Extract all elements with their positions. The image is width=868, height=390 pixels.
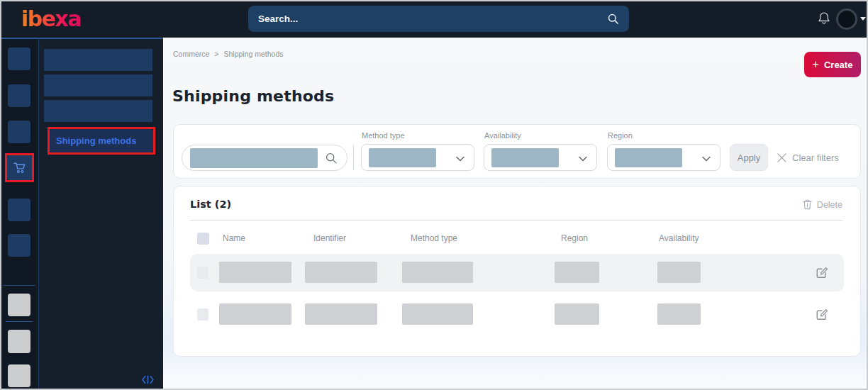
- nav-item-commerce[interactable]: [7, 155, 32, 180]
- availability-value-block: [491, 148, 559, 167]
- table-row[interactable]: [190, 296, 844, 333]
- filter-search-input[interactable]: [182, 145, 347, 171]
- filter-group-method-type: Method type: [361, 125, 474, 179]
- breadcrumb-shipping-methods: Shipping methods: [223, 50, 283, 58]
- search-icon: [608, 13, 619, 25]
- row-checkbox[interactable]: [197, 267, 208, 279]
- list-panel: List (2) Delete Name Identifier Method t…: [173, 186, 861, 357]
- close-icon: [777, 153, 786, 162]
- chevron-down-icon: [702, 156, 711, 162]
- column-header-name[interactable]: Name: [223, 233, 245, 243]
- cell-identifier-placeholder: [305, 262, 377, 283]
- filter-group-availability: Availability: [484, 125, 597, 179]
- edit-icon[interactable]: [816, 308, 828, 321]
- sidebar-item-shipping-methods[interactable]: Shipping methods: [50, 129, 153, 152]
- app-window: ibexa: [0, 0, 868, 390]
- global-search[interactable]: [248, 6, 629, 32]
- page-title: Shipping methods: [172, 87, 334, 105]
- create-button-label: Create: [824, 60, 852, 70]
- nav-item-placeholder-5[interactable]: [8, 234, 30, 257]
- nav-item-commerce-highlight: [5, 153, 34, 182]
- nav-item-placeholder-1[interactable]: [8, 48, 30, 70]
- search-icon: [326, 152, 338, 165]
- filters-panel: Method type Availability R: [173, 124, 861, 179]
- plus-icon: +: [813, 59, 819, 70]
- nav-item-bottom-3[interactable]: [8, 364, 30, 387]
- secondary-sidebar: Shipping methods: [39, 38, 163, 390]
- nav-item-placeholder-2[interactable]: [8, 84, 30, 107]
- main-nav-rail: [0, 38, 39, 390]
- chevron-down-icon: [579, 156, 587, 162]
- row-checkbox[interactable]: [197, 308, 208, 321]
- breadcrumb-commerce[interactable]: Commerce: [173, 50, 209, 58]
- column-header-identifier[interactable]: Identifier: [313, 233, 346, 243]
- breadcrumb-separator: >: [214, 50, 218, 58]
- sidebar-item-placeholder-2[interactable]: [44, 74, 152, 96]
- nav-item-bottom-1[interactable]: [8, 294, 30, 316]
- nav-item-placeholder-3[interactable]: [8, 121, 30, 143]
- delete-button[interactable]: Delete: [803, 199, 842, 210]
- sidebar-item-placeholder-3[interactable]: [44, 100, 152, 122]
- list-divider: [190, 220, 842, 221]
- cell-region-placeholder: [555, 262, 599, 283]
- method-type-label: Method type: [362, 131, 405, 140]
- ibexa-logo[interactable]: ibexa: [21, 6, 81, 31]
- cell-availability-placeholder: [657, 262, 701, 283]
- trash-icon: [803, 199, 812, 210]
- cell-method-type-placeholder: [402, 303, 473, 325]
- column-header-region[interactable]: Region: [561, 233, 588, 243]
- global-search-input[interactable]: [258, 13, 608, 24]
- breadcrumb: Commerce > Shipping methods: [173, 50, 284, 58]
- filter-search-placeholder-block: [190, 148, 318, 168]
- user-avatar[interactable]: [836, 9, 857, 30]
- rail-divider: [3, 285, 35, 286]
- cell-name-placeholder: [219, 303, 291, 325]
- region-select[interactable]: [607, 144, 720, 171]
- sidebar-item-shipping-methods-highlight: Shipping methods: [48, 127, 155, 155]
- sidebar-item-label: Shipping methods: [56, 135, 136, 146]
- region-label: Region: [608, 131, 633, 140]
- filter-divider: [353, 145, 354, 170]
- create-button[interactable]: + Create: [804, 52, 861, 77]
- list-title: List (2): [190, 199, 231, 210]
- cell-availability-placeholder: [657, 303, 701, 325]
- top-bar: ibexa: [0, 0, 868, 38]
- nav-item-placeholder-4[interactable]: [8, 199, 30, 221]
- nav-item-bottom-2[interactable]: [8, 330, 30, 353]
- availability-label: Availability: [484, 131, 521, 140]
- method-type-value-block: [369, 148, 436, 167]
- sidebar-item-placeholder-1[interactable]: [44, 49, 152, 71]
- user-menu-caret-icon[interactable]: [860, 17, 866, 21]
- cell-identifier-placeholder: [305, 303, 377, 325]
- clear-filters-label: Clear filters: [792, 152, 839, 163]
- apply-button[interactable]: Apply: [730, 144, 768, 171]
- cell-method-type-placeholder: [402, 262, 473, 283]
- cell-name-placeholder: [219, 262, 291, 283]
- sidebar-collapse-icon[interactable]: [142, 375, 154, 384]
- filter-group-region: Region: [607, 125, 720, 179]
- region-value-block: [615, 148, 682, 167]
- chevron-down-icon: [456, 156, 464, 162]
- method-type-select[interactable]: [361, 144, 474, 171]
- main-content: Commerce > Shipping methods + Create Shi…: [163, 38, 868, 390]
- edit-icon[interactable]: [816, 266, 828, 279]
- column-header-method-type[interactable]: Method type: [411, 233, 457, 243]
- table-row[interactable]: [190, 254, 844, 291]
- delete-button-label: Delete: [817, 200, 842, 210]
- rail-divider-small: [6, 321, 33, 322]
- clear-filters-button[interactable]: Clear filters: [777, 144, 839, 171]
- shopping-cart-icon: [13, 162, 27, 174]
- notifications-bell-icon[interactable]: [817, 11, 831, 26]
- column-header-availability[interactable]: Availability: [659, 233, 699, 243]
- cell-region-placeholder: [555, 303, 599, 325]
- availability-select[interactable]: [484, 144, 597, 171]
- select-all-checkbox[interactable]: [197, 233, 209, 245]
